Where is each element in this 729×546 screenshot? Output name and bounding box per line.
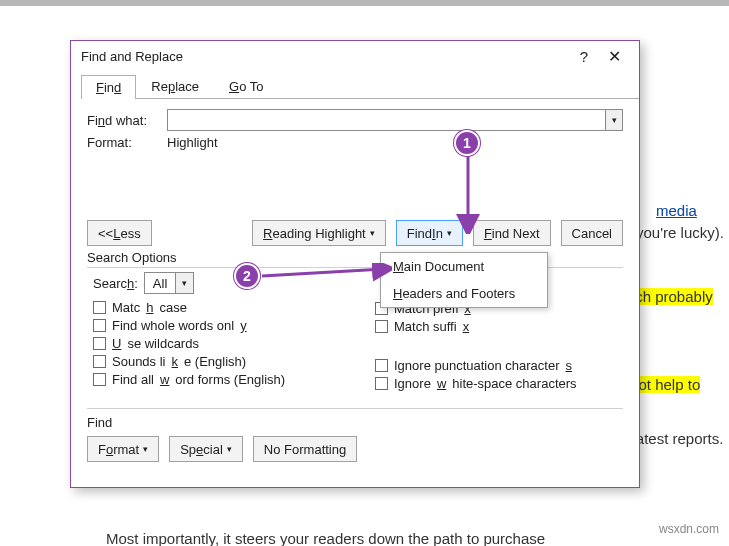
sounds-like-checkbox[interactable]: Sounds like (English) bbox=[93, 354, 335, 369]
arrow-icon bbox=[262, 263, 392, 289]
menu-main-document[interactable]: Main Document bbox=[381, 253, 547, 280]
match-suffix-checkbox[interactable]: Match suffix bbox=[375, 319, 617, 334]
tab-goto[interactable]: Go To bbox=[214, 74, 278, 98]
doc-link[interactable]: media bbox=[656, 202, 697, 219]
cancel-button[interactable]: Cancel bbox=[561, 220, 623, 246]
find-in-button[interactable]: Find In▾ bbox=[396, 220, 463, 246]
wildcards-checkbox[interactable]: Use wildcards bbox=[93, 336, 335, 351]
dialog-body: Find what: Find what: ▾ Format: Highligh… bbox=[71, 99, 639, 160]
find-next-button[interactable]: Find Next bbox=[473, 220, 551, 246]
arrow-icon bbox=[454, 156, 482, 234]
tab-find[interactable]: Find bbox=[81, 75, 136, 99]
close-button[interactable]: ✕ bbox=[599, 41, 629, 73]
find-section-title: Find bbox=[87, 415, 623, 430]
find-section: Find Format▾ Format Special▾ Special No … bbox=[71, 409, 639, 474]
ignore-space-checkbox[interactable]: Ignore white-space characters bbox=[375, 376, 617, 391]
titlebar: Find and Replace ? ✕ bbox=[71, 41, 639, 73]
find-what-input[interactable] bbox=[167, 109, 605, 131]
whole-words-checkbox[interactable]: Find whole words only bbox=[93, 318, 335, 333]
tab-replace[interactable]: Replace bbox=[136, 74, 214, 98]
callout-1: 1 bbox=[454, 130, 480, 156]
all-forms-checkbox[interactable]: Find all word forms (English) bbox=[93, 372, 335, 387]
ignore-punct-checkbox[interactable]: Ignore punctuation characters bbox=[375, 358, 617, 373]
search-direction-value: All bbox=[145, 276, 175, 291]
search-direction-select[interactable]: All ▾ bbox=[144, 272, 194, 294]
chevron-down-icon[interactable]: ▾ bbox=[605, 109, 623, 131]
callout-2: 2 bbox=[234, 263, 260, 289]
search-label: Search: bbox=[93, 276, 138, 291]
watermark: wsxdn.com bbox=[659, 522, 719, 536]
svg-line-1 bbox=[262, 269, 384, 276]
dialog-title: Find and Replace bbox=[81, 41, 569, 73]
no-formatting-button[interactable]: No Formatting bbox=[253, 436, 357, 462]
menu-headers-footers[interactable]: Headers and Footers bbox=[381, 280, 547, 307]
button-bar: << Less << Less Reading Highlight▾ Readi… bbox=[71, 220, 639, 246]
match-case-checkbox[interactable]: Match case bbox=[93, 300, 335, 315]
chevron-down-icon[interactable]: ▾ bbox=[175, 273, 193, 293]
find-what-field[interactable]: ▾ bbox=[167, 109, 623, 131]
less-button[interactable]: << Less bbox=[87, 220, 152, 246]
special-button[interactable]: Special▾ bbox=[169, 436, 243, 462]
find-what-label: Find what: bbox=[87, 113, 167, 128]
format-button[interactable]: Format▾ bbox=[87, 436, 159, 462]
find-in-menu: Main Document Main Document Headers and … bbox=[380, 252, 548, 308]
format-label: Format: bbox=[87, 135, 167, 150]
reading-highlight-button[interactable]: Reading Highlight▾ bbox=[252, 220, 386, 246]
format-value: Highlight bbox=[167, 135, 218, 150]
help-button[interactable]: ? bbox=[569, 41, 599, 73]
tab-strip: Find Replace Go To bbox=[81, 73, 639, 99]
doc-bottom-line: Most importantly, it steers your readers… bbox=[106, 530, 545, 546]
doc-fragment: you're lucky). bbox=[636, 224, 724, 241]
